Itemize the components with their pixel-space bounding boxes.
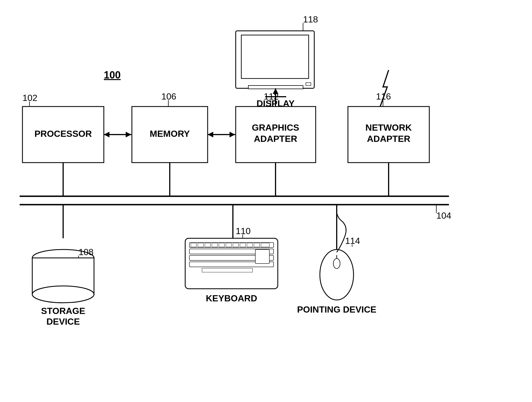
memory-label: MEMORY: [150, 129, 190, 139]
storage-bottom-ellipse: [32, 286, 94, 303]
graphics-adapter-label-1: GRAPHICS: [252, 123, 299, 133]
ref-110: 110: [236, 226, 251, 236]
key-1: [191, 243, 196, 247]
ref-118: 118: [303, 14, 318, 24]
key-10: [254, 243, 260, 247]
network-adapter-label-1: NETWORK: [365, 123, 412, 133]
ref-106: 106: [161, 91, 176, 101]
graphics-adapter-label-2: ADAPTER: [254, 134, 297, 144]
ref-104: 104: [436, 211, 451, 221]
key-9: [247, 243, 253, 247]
key-8: [240, 243, 246, 247]
ref-102: 102: [22, 93, 37, 103]
storage-label-1: STORAGE: [41, 306, 85, 316]
ref-108: 108: [79, 247, 93, 257]
pointing-device-label: POINTING DEVICE: [297, 304, 377, 315]
storage-label-2: DEVICE: [46, 316, 80, 327]
key-3: [205, 243, 210, 247]
ref-100: 100: [104, 69, 121, 81]
ref-114: 114: [345, 236, 360, 246]
mouse-scroll: [333, 258, 340, 269]
network-adapter-label-2: ADAPTER: [367, 134, 411, 144]
display-indicator: [306, 83, 311, 86]
key-7: [233, 243, 239, 247]
processor-label: PROCESSOR: [35, 129, 92, 139]
key-11: [261, 243, 269, 247]
keyboard-label: KEYBOARD: [206, 293, 257, 303]
diagram-container: 100 PROCESSOR 102 MEMORY 106 GRAPHICS AD…: [0, 0, 532, 402]
key-4: [212, 243, 217, 247]
spacebar: [202, 268, 253, 272]
numpad-area: [255, 249, 269, 264]
key-6: [226, 243, 231, 247]
key-5: [219, 243, 224, 247]
display-screen: [241, 35, 309, 78]
key-2: [198, 243, 203, 247]
